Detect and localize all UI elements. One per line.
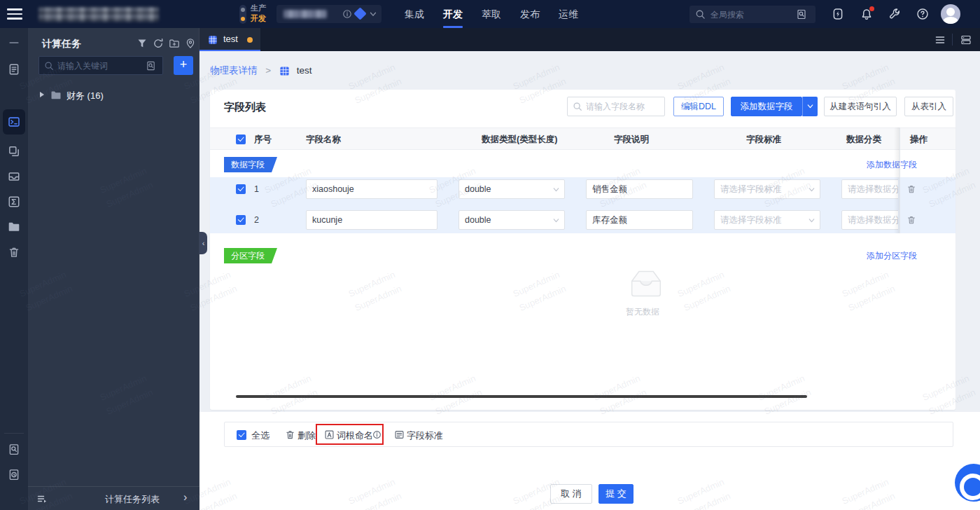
field-search-box xyxy=(567,97,665,116)
col-classification: 数据分类 xyxy=(846,134,881,146)
unsaved-dot xyxy=(247,37,253,43)
delete-trash-icon[interactable] xyxy=(285,429,295,440)
tab-label: test xyxy=(223,34,238,44)
quota-bolt-icon[interactable] xyxy=(832,8,844,20)
top-bar: 生产 开发 集成 开发 萃取 发布 运维 xyxy=(0,0,980,28)
field-description-input[interactable] xyxy=(586,210,693,230)
nav-item-integration[interactable]: 集成 xyxy=(405,0,424,28)
field-standard-select[interactable]: 请选择字段标准 xyxy=(714,210,820,230)
new-folder-icon[interactable] xyxy=(169,38,180,49)
partition-field-section-row: 分区字段 添加分区字段 xyxy=(210,241,955,268)
user-avatar[interactable] xyxy=(941,4,960,24)
import-from-table-button[interactable]: 从表引入 xyxy=(904,97,953,116)
col-actions: 操作 xyxy=(910,134,927,146)
directory-search-icon[interactable] xyxy=(146,60,156,71)
select-all-label[interactable]: 全选 xyxy=(251,429,270,442)
add-data-field-button[interactable]: 添加数据字段 xyxy=(731,97,802,116)
clipboard-search-icon[interactable] xyxy=(8,443,20,455)
fixed-column-shadow xyxy=(894,127,899,233)
import-from-ddl-button[interactable]: 从建表语句引入 xyxy=(824,97,897,116)
select-all-checkbox[interactable] xyxy=(237,430,246,440)
tab-test[interactable]: test xyxy=(200,28,260,51)
env-label-development[interactable]: 开发 xyxy=(251,14,266,23)
caret-right-icon[interactable] xyxy=(40,92,44,97)
chevron-down-icon xyxy=(552,185,561,194)
clipboard-history-icon[interactable] xyxy=(8,468,20,481)
field-standard-label[interactable]: 字段标准 xyxy=(407,429,443,442)
add-field-dropdown-button[interactable] xyxy=(802,97,818,116)
row-index: 2 xyxy=(254,215,259,225)
collapse-dash-icon[interactable] xyxy=(8,36,20,49)
root-naming-icon[interactable] xyxy=(324,429,335,440)
data-classification-select[interactable]: 请选择数据分类 xyxy=(841,179,898,199)
classification-select-clipped: 请选择数据分类 xyxy=(841,210,898,230)
filter-icon[interactable] xyxy=(136,38,148,49)
root-naming-info-icon[interactable] xyxy=(372,430,382,439)
chevron-down-icon xyxy=(552,216,561,225)
help-icon[interactable] xyxy=(916,8,929,20)
add-task-button[interactable]: + xyxy=(174,56,193,75)
col-standard: 字段标准 xyxy=(746,134,781,146)
resource-inbox-icon[interactable] xyxy=(8,170,20,183)
col-description: 字段说明 xyxy=(614,134,649,146)
submit-button[interactable]: 提 交 xyxy=(598,484,634,504)
data-rows-band: 1 double 请选择字段标准 请选择数据分类 xyxy=(210,177,955,233)
recycle-trash-icon[interactable] xyxy=(8,246,20,259)
table-row: 2 double 请选择字段标准 请选择数据分类 xyxy=(210,210,955,230)
tree-item-label: 财务 (16) xyxy=(66,90,104,102)
notification-bell-icon[interactable] xyxy=(860,8,873,20)
nav-item-development[interactable]: 开发 xyxy=(443,0,463,28)
sidebar-collapse-handle[interactable]: ‹ xyxy=(200,232,207,254)
nav-item-extraction[interactable]: 萃取 xyxy=(482,0,501,28)
edit-ddl-button[interactable]: 编辑DDL xyxy=(673,97,724,116)
env-toggle[interactable] xyxy=(239,5,246,24)
task-search-input[interactable] xyxy=(57,57,140,74)
notebook-icon[interactable] xyxy=(8,63,20,76)
cancel-button[interactable]: 取 消 xyxy=(550,484,592,504)
row-checkbox[interactable] xyxy=(236,184,246,194)
env-label-production[interactable]: 生产 xyxy=(251,4,266,13)
select-all-header-checkbox[interactable] xyxy=(236,135,246,144)
nav-item-publish[interactable]: 发布 xyxy=(520,0,540,28)
col-index: 序号 xyxy=(254,134,272,146)
resource-stack-icon[interactable] xyxy=(960,34,972,46)
task-list-footer[interactable]: 计算任务列表 › xyxy=(28,486,200,510)
folder-icon[interactable] xyxy=(8,221,20,233)
field-name-input[interactable] xyxy=(306,179,438,199)
tree-item-finance[interactable]: 财务 (16) xyxy=(28,85,200,105)
delete-label[interactable]: 删除 xyxy=(298,429,316,442)
function-sigma-icon[interactable] xyxy=(8,195,20,208)
global-search-input[interactable] xyxy=(710,6,786,23)
horizontal-scrollbar[interactable] xyxy=(236,395,807,398)
main-menu-icon[interactable] xyxy=(7,8,22,20)
data-type-select[interactable]: double xyxy=(458,210,565,230)
field-name-input[interactable] xyxy=(306,210,438,230)
field-description-input[interactable] xyxy=(586,179,693,199)
nav-item-ops[interactable]: 运维 xyxy=(559,0,578,28)
chevron-down-icon[interactable] xyxy=(368,9,378,19)
task-search-box xyxy=(38,56,163,75)
compute-task-terminal-icon[interactable] xyxy=(8,116,20,128)
info-icon[interactable] xyxy=(342,9,352,19)
tools-wrench-icon[interactable] xyxy=(888,8,901,20)
delete-row-icon[interactable] xyxy=(906,215,916,225)
data-classification-select[interactable]: 请选择数据分类 xyxy=(841,210,898,230)
delete-row-icon[interactable] xyxy=(906,184,916,194)
breadcrumb-link-table-detail[interactable]: 物理表详情 xyxy=(210,65,258,76)
field-standard-icon[interactable] xyxy=(394,429,405,440)
root-naming-label[interactable]: 词根命名 xyxy=(337,429,373,442)
components-icon[interactable] xyxy=(8,145,20,158)
left-icon-rail xyxy=(0,28,28,510)
locate-pin-icon[interactable] xyxy=(185,38,196,49)
project-selector[interactable] xyxy=(276,5,382,23)
data-type-select[interactable]: double xyxy=(458,179,565,199)
search-scope-icon[interactable] xyxy=(796,8,807,20)
add-partition-field-link[interactable]: 添加分区字段 xyxy=(867,250,917,262)
refresh-icon[interactable] xyxy=(153,38,164,49)
field-standard-select[interactable]: 请选择字段标准 xyxy=(714,179,820,199)
tab-list-icon[interactable] xyxy=(934,34,946,46)
add-data-field-link[interactable]: 添加数据字段 xyxy=(867,159,917,171)
row-checkbox[interactable] xyxy=(236,215,246,225)
field-search-input[interactable] xyxy=(586,97,662,116)
search-icon xyxy=(44,61,54,71)
